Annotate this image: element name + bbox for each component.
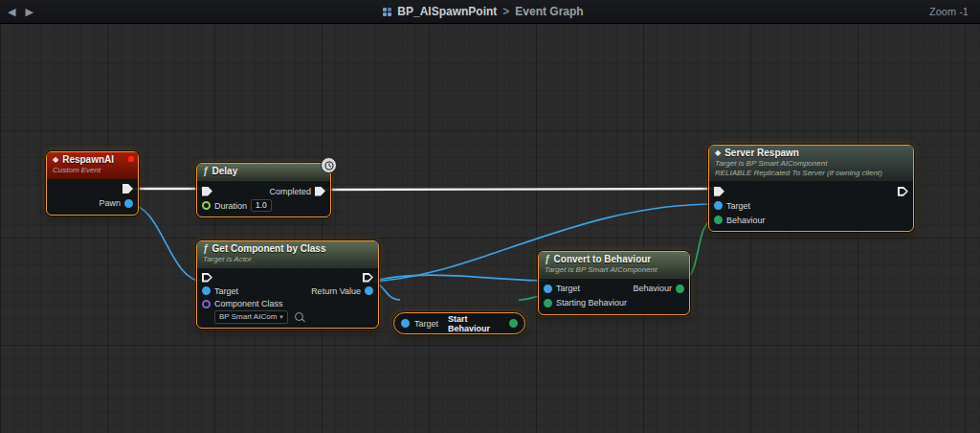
exec-in-pin[interactable] (202, 273, 212, 283)
node-respawn-ai[interactable]: ◆ RespawnAI Custom Event Pawn (46, 151, 139, 216)
node-subtitle: Target is BP Smart AIComponent (715, 159, 907, 169)
behaviour-output-pin[interactable] (509, 319, 518, 328)
node-convert-to-behaviour[interactable]: ƒ Convert to Behaviour Target is BP Smar… (538, 251, 690, 315)
node-replication-note: RELIABLE Replicated To Server (if owning… (715, 169, 907, 178)
exec-in-pin[interactable] (714, 187, 724, 196)
search-icon[interactable] (295, 312, 303, 321)
target-input-pin[interactable] (714, 201, 723, 210)
latent-clock-icon (321, 157, 337, 173)
starting-behaviour-input-pin[interactable] (544, 299, 552, 308)
node-title: Server Respawn (724, 148, 799, 159)
component-class-pin[interactable] (202, 300, 211, 308)
node-subtitle: Target is BP Smart AIComponent (545, 265, 683, 275)
breadcrumb: BP_AISpawnPoint > Event Graph (65, 5, 902, 18)
node-title: Get Component by Class (212, 243, 326, 255)
pawn-output-pin[interactable] (124, 199, 133, 208)
exec-out-pin[interactable] (363, 273, 373, 283)
node-server-respawn[interactable]: ◆ Server Respawn Target is BP Smart AICo… (708, 145, 914, 232)
node-title: RespawnAI (62, 154, 114, 166)
pin-label-target: Target (556, 284, 580, 293)
event-icon: ◆ (715, 148, 721, 158)
node-delay[interactable]: ƒ Delay Completed Duration 1.0 (196, 163, 331, 217)
forward-icon[interactable]: ▶ (25, 6, 33, 18)
wire-pawn-to-getcomponent-target[interactable] (128, 204, 204, 282)
breadcrumb-graph-name[interactable]: Event Graph (515, 5, 583, 18)
node-subtitle: Target is Actor (203, 255, 372, 264)
event-override-icon (128, 156, 134, 162)
pin-label-target: Target (214, 286, 238, 296)
function-icon: ƒ (203, 166, 209, 177)
function-icon: ƒ (545, 254, 550, 265)
duration-input[interactable]: 1.0 (251, 199, 272, 212)
node-get-component-by-class[interactable]: ƒ Get Component by Class Target is Actor… (196, 240, 379, 329)
pin-label-pawn: Pawn (99, 198, 121, 208)
pin-label-completed: Completed (269, 187, 311, 196)
component-class-dropdown[interactable]: BP Smart AICom ▾ (214, 310, 288, 324)
zoom-indicator: Zoom -1 (902, 6, 980, 17)
pin-label-component-class: Component Class (214, 299, 283, 308)
function-icon: ƒ (203, 243, 209, 255)
pin-label-duration: Duration (214, 201, 247, 211)
component-class-value: BP Smart AICom (219, 312, 277, 321)
completed-exec-out-pin[interactable] (315, 187, 325, 196)
pin-label-target: Target (726, 201, 750, 211)
breadcrumb-asset-name[interactable]: BP_AISpawnPoint (397, 5, 497, 18)
node-title: Delay (212, 166, 238, 177)
pin-label-behaviour: Behaviour (726, 216, 766, 225)
duration-pin[interactable] (202, 201, 211, 210)
event-graph-canvas[interactable]: ◆ RespawnAI Custom Event Pawn ƒ (0, 23, 980, 433)
target-input-pin[interactable] (544, 285, 552, 293)
node-title: Start Behaviour (448, 314, 500, 333)
top-bar: ◀ ▶ BP_AISpawnPoint > Event Graph Zoom -… (0, 0, 980, 24)
pin-label-target: Target (414, 319, 438, 329)
pin-label-starting-behaviour: Starting Behaviour (556, 298, 627, 308)
wire-exec-delay-to-serverrespawn[interactable] (320, 189, 716, 190)
exec-in-pin[interactable] (202, 187, 212, 196)
exec-out-pin[interactable] (898, 187, 908, 196)
pin-label-behaviour: Behaviour (633, 284, 672, 293)
node-start-behaviour[interactable]: Target Start Behaviour (393, 312, 525, 334)
dropdown-arrow-icon: ▾ (279, 313, 283, 321)
blueprint-icon (383, 8, 391, 16)
behaviour-input-pin[interactable] (714, 216, 723, 224)
node-subtitle: Custom Event (53, 166, 132, 175)
wire-returnvalue-to-convert-target[interactable] (368, 275, 547, 282)
event-icon: ◆ (53, 155, 58, 165)
exec-out-pin[interactable] (122, 184, 133, 194)
node-title: Convert to Behaviour (554, 254, 652, 265)
target-input-pin[interactable] (401, 319, 410, 328)
return-value-output-pin[interactable] (365, 286, 373, 295)
target-input-pin[interactable] (202, 286, 211, 295)
behaviour-output-pin[interactable] (676, 285, 684, 293)
nav-history: ◀ ▶ (0, 6, 65, 18)
breadcrumb-separator: > (502, 5, 509, 18)
pin-label-return-value: Return Value (311, 286, 361, 296)
back-icon[interactable]: ◀ (8, 6, 15, 18)
